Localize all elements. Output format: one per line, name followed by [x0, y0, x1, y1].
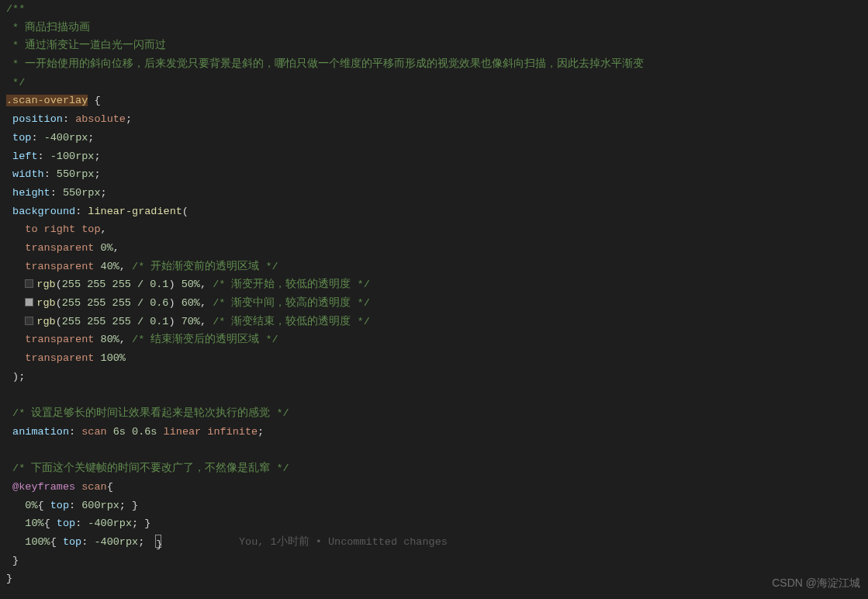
css-value: 80% [101, 334, 119, 345]
color-swatch-icon[interactable] [25, 298, 33, 306]
watermark: CSDN @海淀江城 [772, 574, 860, 593]
code-line[interactable]: transparent 40%, /* 开始渐变前的透明区域 */ [6, 258, 868, 276]
css-value: 0.6 [150, 297, 168, 309]
code-line[interactable]: background: linear-gradient( [6, 203, 868, 221]
css-property: width [12, 168, 44, 180]
comment-line: * 通过渐变让一道白光一闪而过 [6, 40, 166, 51]
code-line[interactable]: to right top, [6, 220, 868, 239]
css-property: left [12, 151, 37, 162]
code-line[interactable]: height: 550rpx; [6, 184, 868, 203]
brace-close: } [12, 555, 19, 566]
code-line [6, 386, 868, 404]
code-line[interactable]: .scan-overlay { [6, 92, 868, 110]
css-value: transparent [25, 242, 94, 254]
code-line[interactable]: left: -100rpx; [6, 147, 868, 166]
css-value: transparent [25, 261, 94, 272]
comment-inline: /* 下面这个关键帧的时间不要改广了，不然像是乱窜 */ [12, 462, 289, 474]
css-property: animation [12, 426, 69, 438]
css-value: scan [81, 481, 106, 493]
cursor-icon: } [155, 535, 161, 548]
code-line[interactable]: rgb(255 255 255 / 0.1) 50%, /* 渐变开始，较低的透… [6, 275, 868, 294]
css-unit: rpx [101, 500, 119, 511]
semicolon: ; [126, 113, 132, 125]
css-unit: rpx [81, 187, 100, 199]
code-line[interactable]: /* 设置足够长的时间让效果看起来是轮次执行的感觉 */ [6, 404, 868, 423]
code-line[interactable]: top: -400rpx; [6, 129, 868, 147]
keyframe-pct: 10% [25, 518, 43, 529]
brace-close: } [6, 573, 12, 584]
css-value: 550 [63, 187, 81, 199]
code-line: * 通过渐变让一道白光一闪而过 [6, 36, 868, 55]
css-property: position [12, 113, 63, 125]
git-message: Uncommitted changes [328, 536, 448, 548]
code-line[interactable]: transparent 80%, /* 结束渐变后的透明区域 */ [6, 331, 868, 349]
comment-inline: /* 渐变结束，较低的透明度 */ [213, 316, 370, 327]
comment-start: /** [6, 3, 25, 15]
css-property: height [12, 187, 50, 199]
css-value: infinite [207, 426, 258, 438]
code-line[interactable]: /* 下面这个关键帧的时间不要改广了，不然像是乱窜 */ [6, 459, 868, 478]
css-property: top [57, 518, 75, 529]
code-line[interactable]: rgb(255 255 255 / 0.6) 60%, /* 渐变中间，较高的透… [6, 294, 868, 313]
paren: ( [182, 206, 188, 217]
comment-inline: /* 渐变开始，较低的透明度 */ [213, 279, 370, 290]
css-property: background [12, 206, 75, 217]
css-value: -400 [44, 132, 69, 144]
color-swatch-icon[interactable] [25, 317, 33, 325]
css-at-rule: @keyframes [12, 481, 75, 493]
watermark-text: CSDN @海淀江城 [772, 576, 860, 589]
color-swatch-icon[interactable] [25, 279, 33, 288]
comment-end: */ [6, 77, 25, 88]
code-line[interactable]: width: 550rpx; [6, 165, 868, 184]
css-value: 6s [113, 426, 126, 438]
css-value: 550 [57, 168, 75, 180]
css-unit: rpx [75, 168, 94, 180]
css-value: -400 [88, 518, 112, 529]
css-value: 255 255 255 / [62, 297, 150, 309]
git-author: You, [239, 536, 271, 548]
code-line[interactable]: transparent 100% [6, 349, 868, 368]
css-value: 0% [101, 242, 113, 254]
code-line[interactable]: 0%{ top: 600rpx; } [6, 497, 868, 515]
css-value: 255 255 255 / [62, 279, 150, 290]
css-value: transparent [25, 334, 94, 345]
code-line [6, 441, 868, 460]
code-line[interactable]: @keyframes scan{ [6, 478, 868, 497]
code-line[interactable]: } [6, 570, 868, 588]
css-function: linear-gradient [88, 206, 182, 217]
css-value: -400 [94, 536, 119, 548]
git-sep: • [310, 536, 328, 548]
css-unit: rpx [69, 132, 88, 144]
brace: { [107, 481, 113, 493]
keyframe-pct: 0% [25, 500, 37, 511]
code-line[interactable]: } [6, 552, 868, 570]
css-value: scan [81, 426, 106, 438]
code-editor: /** * 商品扫描动画 * 通过渐变让一道白光一闪而过 * 一开始使用的斜向位… [0, 0, 868, 588]
code-line[interactable]: position: absolute; [6, 110, 868, 129]
css-selector: .scan-overlay [6, 95, 88, 106]
css-value: 0.1 [150, 316, 168, 327]
css-unit: rpx [119, 536, 138, 548]
css-property: top [12, 132, 31, 144]
css-value: 100% [101, 352, 126, 364]
css-value: to right top [25, 223, 100, 235]
code-line: * 商品扫描动画 [6, 19, 868, 37]
css-value: 0.6s [132, 426, 157, 438]
keyframe-pct: 100% [25, 536, 50, 548]
css-value: 255 255 255 / [62, 316, 150, 327]
code-line[interactable]: rgb(255 255 255 / 0.1) 70%, /* 渐变结束，较低的透… [6, 313, 868, 331]
code-line: */ [6, 74, 868, 92]
css-unit: rpx [113, 518, 132, 529]
css-value: 0.1 [150, 279, 168, 290]
code-line[interactable]: 10%{ top: -400rpx; } [6, 514, 868, 533]
code-line[interactable]: ); [6, 368, 868, 386]
code-line[interactable]: transparent 0%, [6, 239, 868, 258]
css-function: rgb [36, 316, 55, 327]
css-value: transparent [25, 352, 94, 364]
git-lens-annotation[interactable]: You, 1小时前 • Uncommitted changes [239, 533, 448, 552]
code-line[interactable]: 100%{ top: -400rpx; }You, 1小时前 • Uncommi… [6, 533, 868, 552]
css-value: -100 [50, 151, 75, 162]
code-line[interactable]: animation: scan 6s 0.6s linear infinite; [6, 423, 868, 441]
comment-inline: /* 设置足够长的时间让效果看起来是轮次执行的感觉 */ [12, 407, 289, 419]
css-value: absolute [75, 113, 126, 125]
